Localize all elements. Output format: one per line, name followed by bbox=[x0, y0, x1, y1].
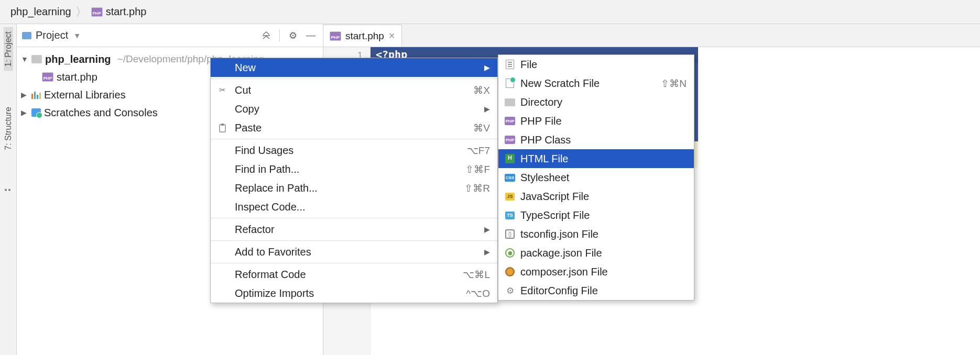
menu-item-findinpath[interactable]: Find in Path...⇧⌘F bbox=[211, 160, 497, 179]
menu-separator bbox=[211, 240, 497, 241]
new-menu-item-html[interactable]: HTML File bbox=[498, 149, 694, 168]
collapse-all-icon[interactable] bbox=[259, 29, 273, 42]
rail-tab-structure[interactable]: 7: Structure bbox=[4, 103, 13, 154]
rail-more-icon[interactable]: ▪▪ bbox=[5, 185, 12, 194]
phpclass-icon bbox=[505, 135, 515, 145]
menu-separator bbox=[211, 139, 497, 139]
new-menu-item-css[interactable]: Stylesheet bbox=[498, 168, 694, 187]
menu-item-label: File bbox=[520, 59, 687, 71]
menu-item-label: PHP File bbox=[520, 115, 687, 127]
new-menu-item-editorconfig[interactable]: EditorConfig File bbox=[498, 281, 694, 300]
svg-rect-2 bbox=[221, 124, 224, 126]
menu-item-label: Stylesheet bbox=[520, 172, 687, 184]
menu-item-label: Find Usages bbox=[233, 145, 462, 157]
menu-item-label: PHP Class bbox=[520, 134, 687, 146]
menu-item-label: TypeScript File bbox=[520, 209, 687, 221]
menu-item-shortcut: ⇧⌘F bbox=[465, 163, 490, 175]
tree-external-libs-label: External Libraries bbox=[44, 89, 126, 101]
submenu-arrow-icon: ▶ bbox=[484, 63, 490, 72]
new-menu-item-composer[interactable]: composer.json File bbox=[498, 262, 694, 281]
new-menu-item-js[interactable]: JavaScript File bbox=[498, 187, 694, 206]
context-menu: New▶✂Cut⌘XCopy▶Paste⌘VFind Usages⌥F7Find… bbox=[210, 58, 498, 303]
menu-item-shortcut: ⌥F7 bbox=[467, 145, 490, 157]
menu-item-label: New bbox=[233, 62, 476, 74]
tree-file-name: start.php bbox=[57, 71, 97, 83]
svg-rect-1 bbox=[220, 125, 225, 132]
new-menu-item-tsconfig[interactable]: tsconfig.json File bbox=[498, 225, 694, 243]
menu-item-label: composer.json File bbox=[520, 266, 687, 278]
rail-tab-project[interactable]: 1: Project bbox=[4, 27, 13, 71]
menu-item-shortcut: ⌥⌘L bbox=[463, 269, 490, 281]
folder-icon bbox=[31, 55, 42, 63]
menu-item-label: HTML File bbox=[520, 153, 687, 165]
project-view-icon bbox=[22, 32, 31, 39]
menu-item-label: Replace in Path... bbox=[233, 182, 459, 194]
html-icon bbox=[505, 154, 515, 163]
cut-icon: ✂ bbox=[217, 85, 227, 95]
tree-root-name: php_learning bbox=[45, 53, 111, 65]
menu-item-label: Add to Favorites bbox=[233, 246, 476, 258]
menu-item-cut[interactable]: ✂Cut⌘X bbox=[211, 81, 497, 99]
new-menu-item-dir[interactable]: Directory bbox=[498, 93, 694, 112]
project-panel-title[interactable]: Project bbox=[36, 29, 68, 41]
menu-item-shortcut: ⇧⌘R bbox=[464, 182, 490, 194]
breadcrumb-file[interactable]: start.php bbox=[91, 6, 147, 18]
menu-item-label: Cut bbox=[233, 84, 468, 96]
expand-arrow-icon[interactable]: ▶ bbox=[21, 91, 28, 99]
menu-item-copy[interactable]: Copy▶ bbox=[211, 99, 497, 118]
expand-arrow-icon[interactable]: ▶ bbox=[21, 108, 28, 117]
expand-arrow-icon[interactable]: ▼ bbox=[21, 55, 28, 63]
menu-item-refactor[interactable]: Refactor▶ bbox=[211, 220, 497, 239]
css-icon bbox=[505, 173, 515, 182]
menu-item-paste[interactable]: Paste⌘V bbox=[211, 118, 497, 137]
pkg-icon bbox=[505, 248, 515, 258]
new-menu-item-pkg[interactable]: package.json File bbox=[498, 243, 694, 262]
menu-item-new[interactable]: New▶ bbox=[211, 58, 497, 77]
menu-item-label: EditorConfig File bbox=[520, 285, 687, 297]
breadcrumb: php_learning 〉 start.php bbox=[0, 0, 980, 24]
chevron-down-icon[interactable]: ▼ bbox=[73, 31, 81, 40]
hide-panel-icon[interactable]: — bbox=[304, 29, 318, 42]
menu-item-label: Reformat Code bbox=[233, 269, 458, 281]
editorconfig-icon bbox=[505, 286, 515, 295]
breadcrumb-root[interactable]: php_learning bbox=[10, 6, 71, 18]
menu-item-findusages[interactable]: Find Usages⌥F7 bbox=[211, 141, 497, 160]
new-menu-item-phpclass[interactable]: PHP Class bbox=[498, 130, 694, 149]
tree-scratches-label: Scratches and Consoles bbox=[44, 107, 158, 119]
menu-item-reformat[interactable]: Reformat Code⌥⌘L bbox=[211, 265, 497, 284]
project-panel-header: Project ▼ ⚙ — bbox=[17, 24, 323, 47]
paste-icon bbox=[217, 123, 227, 132]
new-menu-item-phpfile[interactable]: PHP File bbox=[498, 112, 694, 130]
menu-item-label: Find in Path... bbox=[233, 163, 460, 175]
tsconfig-icon bbox=[505, 229, 515, 239]
menu-item-label: Paste bbox=[233, 122, 468, 134]
composer-icon bbox=[505, 267, 515, 276]
menu-item-replaceinpath[interactable]: Replace in Path...⇧⌘R bbox=[211, 179, 497, 197]
menu-item-label: JavaScript File bbox=[520, 191, 687, 203]
new-menu-item-scratch[interactable]: New Scratch File⇧⌘N bbox=[498, 74, 694, 93]
menu-item-shortcut: ⌘X bbox=[473, 84, 490, 96]
menu-item-label: Optimize Imports bbox=[233, 287, 461, 299]
menu-item-optimize[interactable]: Optimize Imports^⌥O bbox=[211, 284, 497, 303]
menu-item-fav[interactable]: Add to Favorites▶ bbox=[211, 242, 497, 261]
submenu-arrow-icon: ▶ bbox=[484, 105, 490, 113]
rail-tab-structure-label: 7: Structure bbox=[4, 107, 13, 150]
menu-separator bbox=[211, 218, 497, 218]
editor-tab[interactable]: start.php ✕ bbox=[323, 25, 402, 47]
editor-tabs: start.php ✕ bbox=[323, 24, 980, 47]
gear-icon[interactable]: ⚙ bbox=[286, 29, 300, 42]
new-submenu: FileNew Scratch File⇧⌘NDirectoryPHP File… bbox=[498, 54, 694, 301]
menu-separator bbox=[211, 263, 497, 263]
breadcrumb-root-label: php_learning bbox=[10, 6, 71, 18]
new-menu-item-file[interactable]: File bbox=[498, 55, 694, 74]
php-file-icon bbox=[91, 7, 103, 17]
menu-item-label: Copy bbox=[233, 103, 476, 115]
menu-item-label: tsconfig.json File bbox=[520, 228, 687, 240]
scratches-icon bbox=[31, 108, 41, 117]
js-icon bbox=[505, 192, 515, 201]
close-icon[interactable]: ✕ bbox=[388, 31, 395, 41]
rail-tab-project-label: 1: Project bbox=[4, 31, 13, 67]
new-menu-item-ts[interactable]: TypeScript File bbox=[498, 206, 694, 225]
ts-icon bbox=[505, 210, 515, 220]
menu-item-inspect[interactable]: Inspect Code... bbox=[211, 197, 497, 216]
